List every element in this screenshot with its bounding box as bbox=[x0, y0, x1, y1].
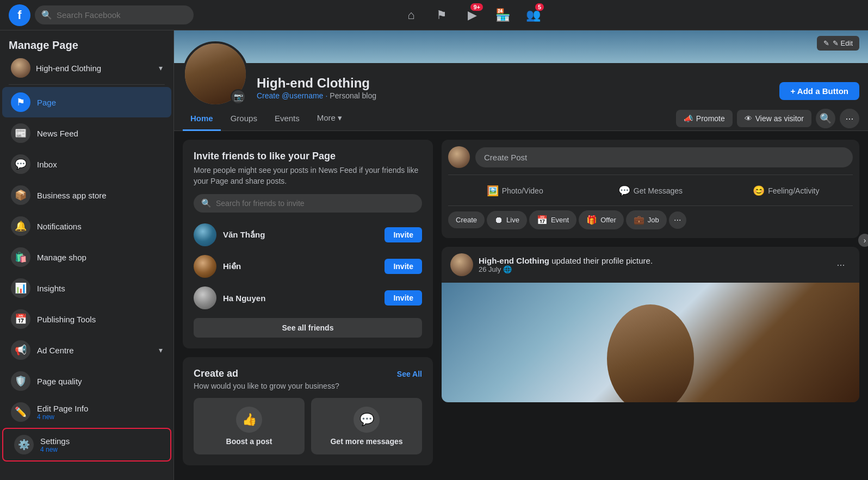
tab-more[interactable]: More ▾ bbox=[309, 107, 350, 131]
sidebar-item-label-ad-centre: Ad Centre bbox=[37, 346, 152, 355]
photo-video-btn[interactable]: 🖼️ Photo/Video bbox=[448, 180, 581, 201]
friend-avatar-3 bbox=[194, 286, 216, 309]
create-post-top: Create Post bbox=[448, 146, 853, 168]
create-pill-btn[interactable]: Create bbox=[448, 211, 485, 228]
search-input[interactable] bbox=[57, 10, 187, 20]
invite-btn-2[interactable]: Invite bbox=[385, 259, 422, 274]
ad-option-boost-post[interactable]: 👍 Boost a post bbox=[194, 398, 305, 454]
ad-centre-chevron-icon: ▾ bbox=[159, 346, 163, 354]
invite-card-title: Invite friends to like your Page bbox=[194, 151, 422, 162]
main-layout: Manage Page High-end Clothing ▾ ⚑ Page 📰… bbox=[0, 30, 868, 480]
friend-avatar-1 bbox=[194, 223, 216, 246]
search-bar[interactable]: 🔍 bbox=[35, 5, 194, 24]
video-nav-btn[interactable]: ▶ 9+ bbox=[459, 2, 485, 28]
post-image-figure bbox=[607, 304, 694, 402]
create-post-input-btn[interactable]: Create Post bbox=[475, 147, 853, 167]
inbox-icon: 💬 bbox=[11, 154, 30, 174]
cover-photo: ✎ ✎ Edit bbox=[174, 30, 868, 63]
invite-btn-1[interactable]: Invite bbox=[385, 227, 422, 242]
sidebar-item-publishing-tools[interactable]: 📅 Publishing Tools bbox=[2, 304, 171, 334]
sidebar-item-label-insights: Insights bbox=[37, 284, 163, 293]
sidebar-item-label-page: Page bbox=[37, 98, 163, 107]
job-pill-btn[interactable]: 💼 Job bbox=[626, 210, 667, 229]
see-all-friends-button[interactable]: See all friends bbox=[194, 318, 422, 338]
get-messages-action-btn[interactable]: 💬 Get Messages bbox=[584, 180, 717, 201]
more-tab-button[interactable]: ··· bbox=[840, 109, 859, 128]
globe-icon: 🌐 bbox=[503, 265, 512, 273]
profile-section: 📷 High-end Clothing Create @username · P… bbox=[174, 63, 868, 107]
post-options-btn[interactable]: ··· bbox=[831, 255, 851, 275]
invite-search-input[interactable] bbox=[216, 199, 414, 208]
post-more-options-btn[interactable]: ··· bbox=[669, 211, 686, 229]
promote-label: Promote bbox=[696, 114, 725, 123]
ad-option-get-messages[interactable]: 💬 Get more messages bbox=[311, 398, 422, 454]
sidebar-item-insights[interactable]: 📊 Insights bbox=[2, 273, 171, 303]
sidebar-item-page-quality[interactable]: 🛡️ Page quality bbox=[2, 366, 171, 396]
post-card: High-end Clothing updated their profile … bbox=[442, 247, 859, 402]
edit-icon: ✎ bbox=[823, 39, 829, 47]
people-nav-btn[interactable]: 👥 5 bbox=[520, 2, 546, 28]
notifications-icon: 🔔 bbox=[11, 216, 30, 236]
tabs-actions: 📣 Promote 👁 View as visitor 🔍 ··· bbox=[676, 109, 859, 128]
create-post-actions: 🖼️ Photo/Video 💬 Get Messages 😊 Feeling/… bbox=[448, 174, 853, 201]
create-post-card: Create Post 🖼️ Photo/Video 💬 Get Message… bbox=[442, 140, 859, 238]
sidebar-divider bbox=[9, 84, 165, 85]
promote-button[interactable]: 📣 Promote bbox=[676, 110, 733, 127]
store-nav-btn[interactable]: 🏪 bbox=[489, 2, 516, 28]
create-ad-card: Create ad See All How would you like to … bbox=[183, 357, 433, 465]
search-icon: 🔍 bbox=[820, 113, 832, 124]
search-tab-button[interactable]: 🔍 bbox=[816, 109, 835, 128]
camera-button[interactable]: 📷 bbox=[231, 89, 246, 104]
home-nav-btn[interactable]: ⌂ bbox=[398, 2, 424, 28]
left-column: Invite friends to like your Page More pe… bbox=[183, 140, 433, 465]
feeling-activity-btn[interactable]: 😊 Feeling/Activity bbox=[720, 180, 853, 201]
tab-home[interactable]: Home bbox=[183, 107, 221, 131]
sidebar-item-page[interactable]: ⚑ Page bbox=[2, 87, 171, 117]
tab-groups[interactable]: Groups bbox=[223, 107, 265, 131]
nav-left: f 🔍 bbox=[9, 4, 194, 26]
sidebar-item-ad-centre[interactable]: 📢 Ad Centre ▾ bbox=[2, 335, 171, 365]
live-icon: ⏺ bbox=[494, 215, 503, 225]
edit-page-info-sublabel: 4 new bbox=[37, 413, 88, 421]
event-pill-btn[interactable]: 📅 Event bbox=[529, 210, 576, 229]
see-all-ads-link[interactable]: See All bbox=[397, 370, 422, 378]
edit-cover-button[interactable]: ✎ ✎ Edit bbox=[817, 36, 859, 51]
profile-info: High-end Clothing Create @username · Per… bbox=[257, 76, 771, 107]
feeling-icon: 😊 bbox=[753, 185, 765, 197]
flag-nav-btn[interactable]: ⚑ bbox=[429, 2, 455, 28]
tab-events[interactable]: Events bbox=[267, 107, 307, 131]
friend-row-2: Hiền Invite bbox=[194, 251, 422, 282]
insights-icon: 📊 bbox=[11, 278, 30, 298]
facebook-logo[interactable]: f bbox=[9, 4, 30, 26]
offer-pill-btn[interactable]: 🎁 Offer bbox=[579, 210, 624, 229]
sidebar-item-settings[interactable]: ⚙️ Settings 4 new bbox=[5, 429, 168, 460]
sidebar-item-manage-shop[interactable]: 🛍️ Manage shop bbox=[2, 242, 171, 272]
sidebar-item-label-news-feed: News Feed bbox=[37, 129, 163, 138]
invite-btn-3[interactable]: Invite bbox=[385, 290, 422, 306]
post-meta: 26 July 🌐 bbox=[479, 265, 826, 273]
invite-search-bar[interactable]: 🔍 bbox=[194, 194, 422, 213]
view-as-visitor-button[interactable]: 👁 View as visitor bbox=[737, 110, 811, 127]
ad-options: 👍 Boost a post › 💬 Get more messages bbox=[194, 398, 422, 454]
page-name-label: High-end Clothing bbox=[36, 64, 153, 73]
home-icon: ⌂ bbox=[407, 8, 414, 22]
sidebar-item-news-feed[interactable]: 📰 News Feed bbox=[2, 118, 171, 148]
video-badge: 9+ bbox=[470, 3, 483, 11]
messenger-icon: 💬 bbox=[618, 185, 630, 197]
business-app-icon: 📦 bbox=[11, 185, 30, 205]
sidebar-item-inbox[interactable]: 💬 Inbox bbox=[2, 149, 171, 179]
store-icon: 🏪 bbox=[495, 8, 510, 22]
add-a-button-btn[interactable]: + Add a Button bbox=[779, 82, 859, 100]
create-username-link[interactable]: Create @username bbox=[257, 91, 323, 100]
sidebar-item-edit-page-info[interactable]: ✏️ Edit Page Info 4 new bbox=[2, 397, 171, 427]
view-as-visitor-label: View as visitor bbox=[755, 114, 804, 123]
create-ad-title: Create ad bbox=[194, 368, 238, 379]
live-pill-btn[interactable]: ⏺ Live bbox=[487, 211, 527, 229]
sidebar-item-business-app-store[interactable]: 📦 Business app store bbox=[2, 180, 171, 210]
job-icon: 💼 bbox=[634, 215, 644, 225]
sidebar-item-label-manage-shop: Manage shop bbox=[37, 253, 163, 262]
manage-shop-icon: 🛍️ bbox=[11, 247, 30, 267]
page-selector[interactable]: High-end Clothing ▾ bbox=[2, 54, 171, 82]
nav-center: ⌂ ⚑ ▶ 9+ 🏪 👥 5 bbox=[194, 2, 751, 28]
sidebar-item-notifications[interactable]: 🔔 Notifications bbox=[2, 211, 171, 241]
